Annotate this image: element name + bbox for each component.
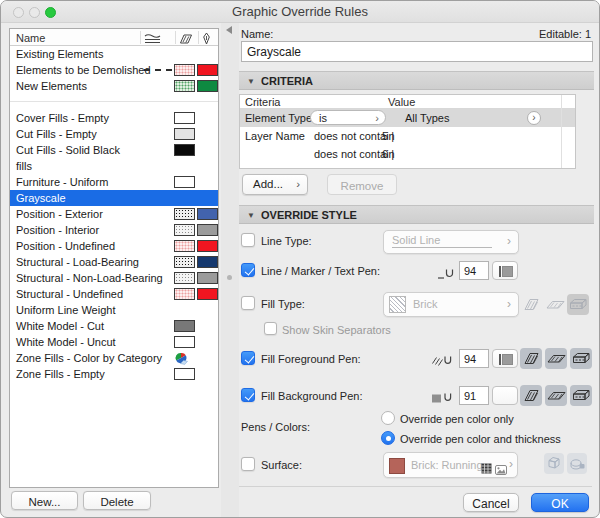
override-style-section-header[interactable]: ▼ OVERRIDE STYLE [239,205,594,224]
criteria-column-header: Criteria [245,96,280,108]
list-item[interactable]: Position - Undefined [10,238,218,254]
list-item[interactable]: White Model - Uncut [10,334,218,350]
fill-fg-pen-number-input[interactable] [459,349,489,368]
line-pen-number-input[interactable] [459,261,489,280]
list-item[interactable]: White Model - Cut [10,318,218,334]
add-criteria-button[interactable]: Add... › [242,174,308,195]
ok-button[interactable]: OK [531,493,589,512]
fill-fg-pen-checkbox[interactable] [241,351,255,365]
pen-swatch [197,208,218,220]
cut-fill-toggle-button[interactable] [520,385,542,406]
list-item[interactable]: Grayscale [10,190,218,206]
line-pen-checkbox[interactable] [241,263,255,277]
surface-texture-icon [481,460,492,478]
list-item[interactable]: Existing Elements [10,46,218,62]
fill-foreground-pen-icon [431,353,454,371]
collapse-triangle-icon[interactable]: ▼ [247,211,255,220]
line-pen-icon [437,266,455,284]
fill-bg-pen-checkbox[interactable] [241,388,255,402]
rule-list-rows: Existing ElementsElements to be Demolish… [10,46,218,487]
list-item[interactable]: fills [10,158,218,174]
pen-swatch [197,240,218,252]
drafting-fill-category-button[interactable] [567,294,589,315]
titlebar: Graphic Override Rules [1,1,599,23]
line-pen-color-button[interactable] [492,261,518,280]
value-picker-button[interactable]: › [527,111,541,125]
delete-rule-button[interactable]: Delete [83,491,151,510]
surface-label: Surface: [261,459,302,471]
list-item[interactable]: Cut Fills - Solid Black [10,142,218,158]
pen-color-swatch [502,354,513,365]
list-item[interactable]: Structural - Load-Bearing [10,254,218,270]
drafting-fill-toggle-button[interactable] [570,348,592,369]
list-item[interactable]: Zone Fills - Color by Category [10,350,218,366]
surface-checkbox[interactable] [241,457,255,471]
list-item-label: Structural - Load-Bearing [16,256,139,268]
criteria-value: 5 | [382,130,394,142]
list-item[interactable]: Position - Interior [10,222,218,238]
fill-bg-pen-color-button[interactable] [492,386,518,405]
rule-list-header[interactable]: Name [10,29,218,46]
skin-separators-checkbox[interactable] [264,322,277,335]
line-preview [392,247,492,248]
list-item[interactable]: New Elements [10,78,218,94]
criteria-row-layer-name-2[interactable]: does not contain 6 | [240,145,575,163]
remove-criteria-button[interactable]: Remove [327,174,397,195]
list-item-label: Cut Fills - Solid Black [16,144,120,156]
rule-name-input[interactable] [241,41,593,62]
criteria-section-header[interactable]: ▼ CRITERIA [239,71,594,90]
list-item[interactable]: Structural - Undefined [10,286,218,302]
criteria-scrollbar[interactable] [561,95,562,168]
window-title: Graphic Override Rules [1,4,599,19]
pen-color-only-radio[interactable] [381,411,395,425]
cancel-button[interactable]: Cancel [463,493,519,512]
fill-bg-pen-label: Fill Background Pen: [261,390,363,402]
surface-dropdown[interactable]: Brick: Running... › [383,452,518,478]
list-item[interactable]: Position - Exterior [10,206,218,222]
list-item[interactable]: Structural - Non-Load-Bearing [10,270,218,286]
operator-dropdown[interactable]: is › [310,110,386,125]
drafting-fill-toggle-button[interactable] [570,385,592,406]
surface-picture-icon [495,461,507,479]
cover-fill-toggle-button[interactable] [545,385,567,406]
line-type-dropdown[interactable]: Solid Line › [383,230,519,254]
list-item[interactable]: Uniform Line Weight [10,302,218,318]
new-rule-button[interactable]: New... [11,491,78,510]
list-item[interactable]: Cut Fills - Empty [10,126,218,142]
fill-type-checkbox[interactable] [241,296,255,310]
cut-fill-toggle-button[interactable] [520,348,542,369]
fill-fg-pen-color-button[interactable] [492,349,518,368]
list-item-label: Cover Fills - Empty [16,112,109,124]
list-item[interactable]: Furniture - Uniform [10,174,218,190]
criteria-row-layer-name-1[interactable]: Layer Name does not contain 5 | [240,127,575,145]
list-item[interactable]: Elements to be Demolished [10,62,218,78]
cut-fill-category-icon[interactable] [520,294,542,315]
chevron-right-icon: › [507,297,511,311]
surface-override-all-button[interactable] [567,453,587,474]
zone-pie-icon [174,351,195,363]
list-item-label: Zone Fills - Empty [16,368,105,380]
surface-color-swatch [389,458,405,474]
list-separator [10,94,218,110]
fill-type-dropdown[interactable]: Brick › [383,292,519,317]
line-type-checkbox[interactable] [241,233,255,247]
collapse-left-icon[interactable] [226,26,232,34]
editable-count-label: Editable: 1 [539,28,591,40]
criteria-section-title: CRITERIA [261,75,313,87]
criteria-row-element-type[interactable]: Element Type is › All Types › [240,109,575,127]
list-item[interactable]: Cover Fills - Empty [10,110,218,126]
fill-swatch [174,80,195,92]
collapse-triangle-icon[interactable]: ▼ [247,77,255,86]
list-item-label: New Elements [16,80,87,92]
cover-fill-toggle-button[interactable] [545,348,567,369]
cover-fill-category-icon[interactable] [544,294,566,315]
surface-override-painted-button[interactable] [544,453,564,474]
list-item[interactable]: Zone Fills - Empty [10,366,218,382]
fill-bg-pen-number-input[interactable] [459,386,489,405]
list-item-label: Structural - Undefined [16,288,123,300]
name-column-header[interactable]: Name [16,32,45,44]
panel-splitter[interactable] [221,23,239,518]
list-item-label: White Model - Uncut [16,336,116,348]
pen-color-thickness-radio[interactable] [381,431,395,445]
criteria-name: Element Type [245,112,312,124]
